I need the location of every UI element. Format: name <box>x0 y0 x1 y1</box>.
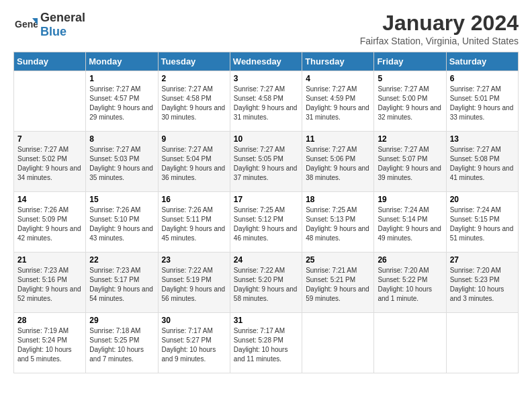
day-info: Sunrise: 7:18 AMSunset: 5:25 PMDaylight:… <box>89 326 154 364</box>
calendar-cell: 23Sunrise: 7:22 AMSunset: 5:19 PMDayligh… <box>158 253 230 313</box>
column-header-saturday: Saturday <box>446 52 518 71</box>
calendar-cell: 21Sunrise: 7:23 AMSunset: 5:16 PMDayligh… <box>14 253 86 313</box>
day-number: 27 <box>450 255 515 265</box>
month-year-title: January 2024 <box>360 11 519 36</box>
day-number: 11 <box>306 134 370 144</box>
calendar-cell: 4Sunrise: 7:27 AMSunset: 4:59 PMDaylight… <box>302 71 374 132</box>
calendar-week-row: 14Sunrise: 7:26 AMSunset: 5:09 PMDayligh… <box>14 192 519 253</box>
calendar-cell: 5Sunrise: 7:27 AMSunset: 5:00 PMDaylight… <box>374 71 446 132</box>
day-number: 6 <box>450 74 515 83</box>
calendar-week-row: 1Sunrise: 7:27 AMSunset: 4:57 PMDaylight… <box>14 71 519 132</box>
day-info: Sunrise: 7:26 AMSunset: 5:09 PMDaylight:… <box>17 205 82 243</box>
location-subtitle: Fairfax Station, Virginia, United States <box>360 36 519 46</box>
page-header: General General Blue January 2024 Fairfa… <box>13 11 519 46</box>
day-info: Sunrise: 7:27 AMSunset: 4:58 PMDaylight:… <box>162 85 226 122</box>
day-number: 1 <box>89 74 154 83</box>
calendar-cell: 16Sunrise: 7:26 AMSunset: 5:11 PMDayligh… <box>158 192 230 253</box>
calendar-cell: 27Sunrise: 7:20 AMSunset: 5:23 PMDayligh… <box>446 253 518 313</box>
calendar-cell: 10Sunrise: 7:27 AMSunset: 5:05 PMDayligh… <box>230 132 302 192</box>
day-number: 22 <box>89 255 154 265</box>
calendar-cell: 6Sunrise: 7:27 AMSunset: 5:01 PMDaylight… <box>446 71 518 132</box>
column-header-tuesday: Tuesday <box>158 52 230 71</box>
day-number: 29 <box>89 316 154 325</box>
calendar-cell: 22Sunrise: 7:23 AMSunset: 5:17 PMDayligh… <box>86 253 158 313</box>
day-info: Sunrise: 7:27 AMSunset: 4:58 PMDaylight:… <box>234 85 298 122</box>
day-number: 17 <box>234 195 298 204</box>
day-number: 16 <box>162 195 226 204</box>
calendar-cell: 8Sunrise: 7:27 AMSunset: 5:03 PMDaylight… <box>86 132 158 192</box>
calendar-cell: 2Sunrise: 7:27 AMSunset: 4:58 PMDaylight… <box>158 71 230 132</box>
calendar-cell: 15Sunrise: 7:26 AMSunset: 5:10 PMDayligh… <box>86 192 158 253</box>
calendar-cell: 9Sunrise: 7:27 AMSunset: 5:04 PMDaylight… <box>158 132 230 192</box>
logo: General General Blue <box>13 11 85 39</box>
day-number: 20 <box>450 195 515 204</box>
calendar-cell: 14Sunrise: 7:26 AMSunset: 5:09 PMDayligh… <box>14 192 86 253</box>
day-number: 23 <box>162 255 226 265</box>
calendar-week-row: 28Sunrise: 7:19 AMSunset: 5:24 PMDayligh… <box>14 313 519 373</box>
day-number: 4 <box>306 74 370 83</box>
day-number: 13 <box>450 134 515 144</box>
day-info: Sunrise: 7:22 AMSunset: 5:19 PMDaylight:… <box>162 266 226 304</box>
calendar-cell: 30Sunrise: 7:17 AMSunset: 5:27 PMDayligh… <box>158 313 230 373</box>
day-info: Sunrise: 7:24 AMSunset: 5:14 PMDaylight:… <box>378 205 442 243</box>
calendar-cell: 31Sunrise: 7:17 AMSunset: 5:28 PMDayligh… <box>230 313 302 373</box>
day-number: 9 <box>162 134 226 144</box>
day-number: 19 <box>378 195 442 204</box>
day-info: Sunrise: 7:23 AMSunset: 5:16 PMDaylight:… <box>17 266 82 304</box>
calendar-cell: 18Sunrise: 7:25 AMSunset: 5:13 PMDayligh… <box>302 192 374 253</box>
day-info: Sunrise: 7:24 AMSunset: 5:15 PMDaylight:… <box>450 205 515 243</box>
calendar-cell: 17Sunrise: 7:25 AMSunset: 5:12 PMDayligh… <box>230 192 302 253</box>
day-info: Sunrise: 7:27 AMSunset: 4:59 PMDaylight:… <box>306 85 370 122</box>
calendar-cell: 25Sunrise: 7:21 AMSunset: 5:21 PMDayligh… <box>302 253 374 313</box>
day-info: Sunrise: 7:27 AMSunset: 4:57 PMDaylight:… <box>89 85 154 122</box>
day-info: Sunrise: 7:27 AMSunset: 5:01 PMDaylight:… <box>450 85 515 122</box>
calendar-cell: 1Sunrise: 7:27 AMSunset: 4:57 PMDaylight… <box>86 71 158 132</box>
column-header-monday: Monday <box>86 52 158 71</box>
day-number: 10 <box>234 134 298 144</box>
column-header-friday: Friday <box>374 52 446 71</box>
calendar-cell: 7Sunrise: 7:27 AMSunset: 5:02 PMDaylight… <box>14 132 86 192</box>
day-number: 3 <box>234 74 298 83</box>
day-number: 7 <box>17 134 82 144</box>
day-info: Sunrise: 7:27 AMSunset: 5:08 PMDaylight:… <box>450 145 515 183</box>
day-number: 25 <box>306 255 370 265</box>
column-header-thursday: Thursday <box>302 52 374 71</box>
day-info: Sunrise: 7:19 AMSunset: 5:24 PMDaylight:… <box>17 326 82 364</box>
day-info: Sunrise: 7:26 AMSunset: 5:10 PMDaylight:… <box>89 205 154 243</box>
day-info: Sunrise: 7:20 AMSunset: 5:23 PMDaylight:… <box>450 266 515 304</box>
day-number: 21 <box>17 255 82 265</box>
calendar-cell: 28Sunrise: 7:19 AMSunset: 5:24 PMDayligh… <box>14 313 86 373</box>
day-info: Sunrise: 7:22 AMSunset: 5:20 PMDaylight:… <box>234 266 298 304</box>
calendar-cell: 24Sunrise: 7:22 AMSunset: 5:20 PMDayligh… <box>230 253 302 313</box>
day-info: Sunrise: 7:27 AMSunset: 5:05 PMDaylight:… <box>234 145 298 183</box>
calendar-cell <box>302 313 374 373</box>
day-info: Sunrise: 7:27 AMSunset: 5:02 PMDaylight:… <box>17 145 82 183</box>
day-info: Sunrise: 7:27 AMSunset: 5:03 PMDaylight:… <box>89 145 154 183</box>
day-info: Sunrise: 7:25 AMSunset: 5:13 PMDaylight:… <box>306 205 370 243</box>
day-number: 15 <box>89 195 154 204</box>
day-number: 2 <box>162 74 226 83</box>
calendar-cell: 26Sunrise: 7:20 AMSunset: 5:22 PMDayligh… <box>374 253 446 313</box>
day-number: 5 <box>378 74 442 83</box>
day-number: 28 <box>17 316 82 325</box>
calendar-cell <box>14 71 86 132</box>
day-info: Sunrise: 7:17 AMSunset: 5:28 PMDaylight:… <box>234 326 298 364</box>
logo-general-text: General <box>40 11 85 24</box>
day-info: Sunrise: 7:26 AMSunset: 5:11 PMDaylight:… <box>162 205 226 243</box>
calendar-cell: 11Sunrise: 7:27 AMSunset: 5:06 PMDayligh… <box>302 132 374 192</box>
calendar-table: SundayMondayTuesdayWednesdayThursdayFrid… <box>13 52 519 373</box>
day-info: Sunrise: 7:27 AMSunset: 5:07 PMDaylight:… <box>378 145 442 183</box>
column-header-wednesday: Wednesday <box>230 52 302 71</box>
day-number: 24 <box>234 255 298 265</box>
day-number: 18 <box>306 195 370 204</box>
day-number: 8 <box>89 134 154 144</box>
calendar-cell: 13Sunrise: 7:27 AMSunset: 5:08 PMDayligh… <box>446 132 518 192</box>
calendar-week-row: 7Sunrise: 7:27 AMSunset: 5:02 PMDaylight… <box>14 132 519 192</box>
day-info: Sunrise: 7:23 AMSunset: 5:17 PMDaylight:… <box>89 266 154 304</box>
logo-icon: General <box>13 13 38 37</box>
day-info: Sunrise: 7:27 AMSunset: 5:00 PMDaylight:… <box>378 85 442 122</box>
day-info: Sunrise: 7:25 AMSunset: 5:12 PMDaylight:… <box>234 205 298 243</box>
day-number: 12 <box>378 134 442 144</box>
calendar-cell <box>374 313 446 373</box>
calendar-header-row: SundayMondayTuesdayWednesdayThursdayFrid… <box>14 52 519 71</box>
